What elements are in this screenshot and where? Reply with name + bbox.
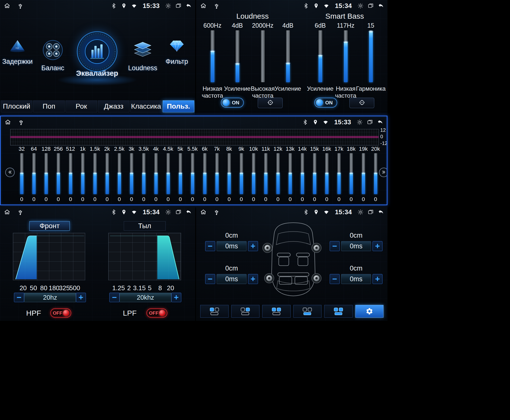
recents-icon[interactable] (175, 3, 182, 9)
band-slider[interactable] (264, 153, 267, 194)
zone-button-all[interactable] (324, 305, 353, 318)
band-slider[interactable] (32, 153, 36, 194)
band-slider[interactable] (289, 153, 292, 194)
band-slider[interactable] (374, 153, 377, 194)
slider-track[interactable] (369, 30, 373, 82)
back-icon[interactable] (186, 3, 192, 9)
prev-page-button[interactable] (5, 168, 15, 177)
band-slider[interactable] (228, 153, 231, 194)
brightness-icon[interactable] (165, 3, 171, 9)
loudness-on-toggle[interactable]: ON (221, 98, 244, 108)
back-icon[interactable] (377, 119, 383, 125)
recents-icon[interactable] (368, 209, 374, 215)
band-slider[interactable] (240, 153, 243, 194)
slider-track[interactable] (344, 30, 348, 82)
preset-button-3[interactable]: Рок (65, 100, 97, 112)
zone-button-front[interactable] (262, 305, 291, 318)
settings-button[interactable] (355, 305, 384, 318)
lpf-minus-button[interactable]: − (109, 293, 120, 302)
band-slider[interactable] (81, 153, 84, 194)
back-icon[interactable] (378, 3, 384, 9)
home-icon[interactable] (3, 209, 11, 216)
band-slider[interactable] (215, 153, 219, 194)
zone-button-passenger[interactable] (231, 305, 260, 318)
lpf-plus-button[interactable]: + (171, 293, 181, 302)
lpf-off-toggle[interactable]: OFF (146, 308, 167, 318)
preset-button-1[interactable]: Плоский (1, 100, 32, 112)
band-slider[interactable] (191, 153, 194, 194)
brightness-icon[interactable] (357, 119, 363, 125)
preset-button-6[interactable]: Польз. (163, 100, 194, 112)
recents-icon[interactable] (368, 3, 374, 9)
slider-value: 4dB (269, 22, 307, 29)
statusbar-left (3, 2, 23, 9)
band-slider[interactable] (167, 153, 170, 194)
delay-plus-button[interactable]: + (373, 274, 382, 284)
recents-icon[interactable] (175, 209, 182, 215)
slider-track[interactable] (319, 30, 322, 82)
menu-item-balance[interactable]: Баланс (30, 39, 75, 72)
band-slider[interactable] (118, 153, 121, 194)
delay-plus-button[interactable]: + (248, 241, 258, 251)
band-slider[interactable] (313, 153, 316, 194)
menu-item-equalizer[interactable]: Эквалайзер (75, 30, 120, 77)
slider-track[interactable] (236, 30, 239, 82)
band-slider[interactable] (106, 153, 109, 194)
band-fill (325, 173, 328, 194)
slider-track[interactable] (286, 30, 290, 82)
delay-minus-button[interactable]: − (330, 274, 340, 284)
band-slider[interactable] (154, 153, 158, 194)
eq-band-15k: 15k0 (309, 146, 320, 203)
band-slider[interactable] (276, 153, 280, 194)
band-slider[interactable] (45, 153, 48, 194)
delay-minus-button[interactable]: − (205, 274, 215, 284)
slider-track[interactable] (211, 30, 214, 82)
band-slider[interactable] (337, 153, 341, 194)
back-icon[interactable] (378, 209, 384, 215)
recents-icon[interactable] (367, 119, 373, 125)
band-slider[interactable] (93, 153, 97, 194)
band-slider[interactable] (57, 153, 60, 194)
smartbass-on-toggle[interactable]: ON (314, 98, 337, 108)
band-slider[interactable] (301, 153, 304, 194)
preset-button-2[interactable]: Поп (33, 100, 65, 112)
brightness-icon[interactable] (357, 209, 364, 215)
band-slider[interactable] (203, 153, 206, 194)
tab-front[interactable]: Фронт (29, 221, 70, 231)
band-slider[interactable] (350, 153, 353, 194)
slider-track[interactable] (261, 30, 265, 82)
loudness-reset-button[interactable] (258, 98, 283, 108)
hpf-plus-button[interactable]: + (76, 293, 86, 302)
band-slider[interactable] (325, 153, 328, 194)
brightness-icon[interactable] (165, 209, 171, 215)
smartbass-reset-button[interactable] (349, 98, 374, 108)
hpf-minus-button[interactable]: − (14, 293, 24, 302)
tab-rear[interactable]: Тыл (124, 221, 166, 231)
hpf-off-toggle[interactable]: OFF (50, 308, 71, 318)
home-icon[interactable] (3, 2, 11, 9)
preset-button-5[interactable]: Классика (130, 100, 162, 112)
band-slider[interactable] (20, 153, 23, 194)
band-slider[interactable] (69, 153, 72, 194)
home-icon[interactable] (200, 209, 207, 216)
home-icon[interactable] (200, 2, 207, 9)
next-page-button[interactable] (379, 168, 387, 177)
zone-button-rear[interactable] (293, 305, 322, 318)
back-icon[interactable] (186, 209, 192, 215)
brightness-icon[interactable] (357, 3, 364, 9)
band-slider[interactable] (179, 153, 182, 194)
filter-icon (169, 38, 185, 54)
preset-button-4[interactable]: Джазз (98, 100, 129, 112)
delay-plus-button[interactable]: + (373, 241, 382, 251)
band-slider[interactable] (362, 153, 365, 194)
delay-minus-button[interactable]: − (205, 241, 215, 251)
slider-fill (236, 64, 239, 82)
menu-item-filter[interactable]: Фильтр (154, 38, 195, 66)
home-icon[interactable] (4, 119, 11, 126)
delay-minus-button[interactable]: − (330, 241, 340, 251)
band-slider[interactable] (252, 153, 255, 194)
delay-plus-button[interactable]: + (248, 274, 258, 284)
band-slider[interactable] (130, 153, 133, 194)
band-slider[interactable] (142, 153, 145, 194)
zone-button-driver[interactable] (200, 305, 229, 318)
